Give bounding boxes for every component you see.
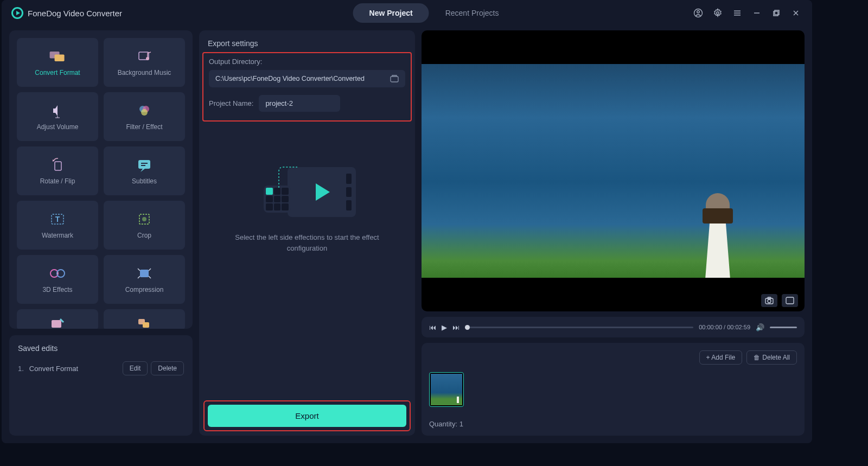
convert-format-icon xyxy=(48,48,67,65)
rotate-flip-icon xyxy=(48,157,67,173)
play-icon[interactable]: ▶ xyxy=(442,323,447,331)
svg-rect-8 xyxy=(775,10,779,15)
add-file-button[interactable]: + Add File xyxy=(699,350,743,365)
preview-content xyxy=(685,180,750,278)
player-controls: ⏮ ▶ ⏭ 00:00:00 / 00:02:59 🔊 xyxy=(422,317,805,337)
tool-filter-effect[interactable]: Filter / Effect xyxy=(104,92,185,141)
saved-edit-name: Convert Format xyxy=(29,365,78,373)
svg-rect-12 xyxy=(55,54,65,61)
export-button[interactable]: Export xyxy=(208,405,406,427)
time-display: 00:00:00 / 00:02:59 xyxy=(699,324,750,330)
svg-rect-33 xyxy=(52,320,61,328)
merge-icon xyxy=(135,315,154,329)
svg-rect-36 xyxy=(391,76,398,82)
adjust-volume-icon xyxy=(48,103,67,119)
close-button[interactable] xyxy=(789,7,802,20)
edit-icon xyxy=(48,315,67,329)
background-music-icon xyxy=(135,48,154,65)
maximize-button[interactable] xyxy=(770,7,783,20)
effect-placeholder: Select the left side effections to start… xyxy=(208,122,406,427)
watermark-icon: T xyxy=(48,211,67,227)
tool-label: Filter / Effect xyxy=(126,123,162,131)
tool-label: Compression xyxy=(125,286,164,293)
output-directory-field[interactable]: C:\Users\pc\FoneDog Video Converter\Conv… xyxy=(209,70,405,87)
tool-label: Subtitles xyxy=(132,177,157,185)
export-settings-title: Export settings xyxy=(208,39,406,48)
tool-rotate-flip[interactable]: Rotate / Flip xyxy=(17,146,98,195)
tool-watermark[interactable]: T Watermark xyxy=(17,201,98,250)
tab-recent-projects[interactable]: Recent Projects xyxy=(429,3,515,23)
svg-point-38 xyxy=(768,299,771,303)
svg-point-1 xyxy=(697,11,700,14)
edit-button[interactable]: Edit xyxy=(123,361,148,375)
prev-icon[interactable]: ⏮ xyxy=(429,323,436,331)
output-settings-highlight: Output Directory: C:\Users\pc\FoneDog Vi… xyxy=(202,52,412,122)
settings-icon[interactable] xyxy=(711,7,724,20)
svg-point-2 xyxy=(717,12,719,15)
project-name-input[interactable] xyxy=(259,95,340,112)
preview-frame xyxy=(422,64,805,278)
snapshot-icon[interactable] xyxy=(761,294,777,307)
delete-button[interactable]: Delete xyxy=(151,361,184,375)
export-button-highlight: Export xyxy=(203,400,411,431)
tool-adjust-volume[interactable]: Adjust Volume xyxy=(17,92,98,141)
tool-label: Watermark xyxy=(42,232,73,239)
tab-new-project[interactable]: New Project xyxy=(353,3,429,23)
tool-3d-effects[interactable]: 3D Effects xyxy=(17,255,98,304)
browse-folder-icon[interactable] xyxy=(390,75,399,82)
delete-all-button[interactable]: 🗑Delete All xyxy=(746,350,797,365)
files-panel: + Add File 🗑Delete All Quantity: 1 xyxy=(422,343,805,436)
svg-point-19 xyxy=(141,109,148,116)
svg-rect-20 xyxy=(55,162,61,170)
minimize-button[interactable] xyxy=(750,7,763,20)
tool-label: Adjust Volume xyxy=(37,123,79,131)
tools-panel: Convert Format Background Music Adjust V… xyxy=(9,30,193,329)
3d-effects-icon xyxy=(48,265,67,282)
tool-subtitles[interactable]: Subtitles xyxy=(104,146,185,195)
saved-edit-number: 1. xyxy=(18,365,24,373)
tool-label: 3D Effects xyxy=(42,286,72,293)
tool-label: Rotate / Flip xyxy=(40,177,75,185)
left-sidebar: Convert Format Background Music Adjust V… xyxy=(9,30,193,436)
titlebar: FoneDog Video Converter New Project Rece… xyxy=(2,0,812,26)
subtitles-icon xyxy=(135,157,154,173)
main-tabs: New Project Recent Projects xyxy=(353,3,515,23)
crop-icon xyxy=(135,211,154,227)
output-directory-path: C:\Users\pc\FoneDog Video Converter\Conv… xyxy=(215,75,390,82)
account-icon[interactable] xyxy=(692,7,705,20)
logo-icon xyxy=(11,7,23,19)
tool-crop[interactable]: Crop xyxy=(104,201,185,250)
tools-grid: Convert Format Background Music Adjust V… xyxy=(17,38,185,329)
menu-icon[interactable] xyxy=(731,7,744,20)
svg-rect-7 xyxy=(774,11,778,16)
svg-rect-22 xyxy=(138,160,150,169)
quantity-display: Quantity: 1 xyxy=(429,420,797,428)
fullscreen-icon[interactable] xyxy=(782,294,798,307)
next-icon[interactable]: ⏭ xyxy=(452,323,459,331)
saved-edits-panel: Saved edits 1. Convert Format Edit Delet… xyxy=(9,335,193,436)
svg-point-28 xyxy=(142,217,146,221)
app-title: FoneDog Video Converter xyxy=(28,9,122,18)
progress-bar[interactable] xyxy=(465,327,693,328)
tool-compression[interactable]: Compression xyxy=(104,255,185,304)
app-logo: FoneDog Video Converter xyxy=(11,7,122,19)
file-thumbnail[interactable] xyxy=(429,372,464,407)
project-name-label: Project Name: xyxy=(209,99,253,107)
tool-extra-2[interactable] xyxy=(104,309,185,329)
filter-effect-icon xyxy=(135,103,154,119)
svg-rect-35 xyxy=(143,322,149,328)
compression-icon xyxy=(135,265,154,282)
tool-convert-format[interactable]: Convert Format xyxy=(17,38,98,87)
svg-rect-32 xyxy=(140,270,149,277)
tool-extra-1[interactable] xyxy=(17,309,98,329)
volume-icon[interactable]: 🔊 xyxy=(756,323,764,331)
svg-text:T: T xyxy=(55,215,60,224)
right-panel: ⏮ ▶ ⏭ 00:00:00 / 00:02:59 🔊 + Add File 🗑… xyxy=(422,30,805,436)
svg-rect-40 xyxy=(786,297,794,304)
volume-slider[interactable] xyxy=(770,327,797,328)
main-content: Convert Format Background Music Adjust V… xyxy=(2,26,812,443)
export-panel: Export settings Output Directory: C:\Use… xyxy=(199,30,415,436)
window-controls xyxy=(692,7,802,20)
placeholder-graphic xyxy=(258,165,356,219)
tool-background-music[interactable]: Background Music xyxy=(104,38,185,87)
